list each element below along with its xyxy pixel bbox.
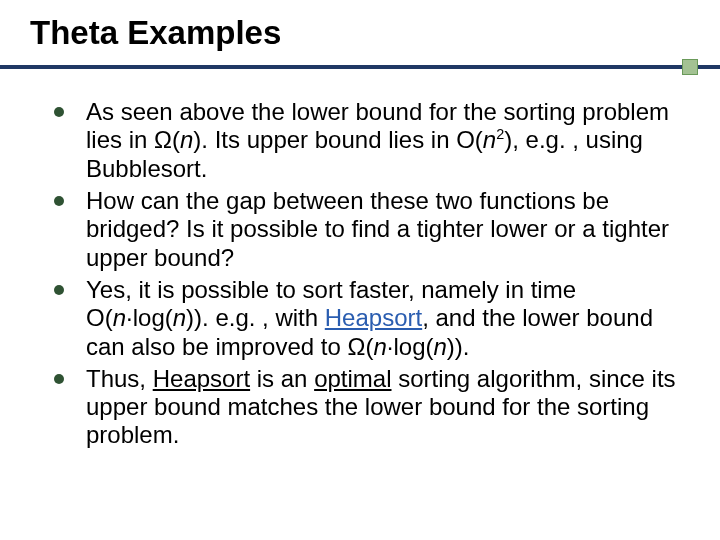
text: ·log( <box>126 304 173 331</box>
omega-symbol: Ω <box>154 126 172 153</box>
bullet-2: How can the gap between these two functi… <box>54 187 678 272</box>
text: Thus, <box>86 365 153 392</box>
bullet-3: Yes, it is possible to sort faster, name… <box>54 276 678 361</box>
heapsort-underline: Heapsort <box>153 365 250 392</box>
rule-accent-square <box>682 59 698 75</box>
heapsort-link[interactable]: Heapsort <box>325 304 422 331</box>
text: )). e.g. , with <box>186 304 325 331</box>
title-rule <box>0 58 720 74</box>
var-n: n <box>180 126 193 153</box>
text: )). <box>447 333 470 360</box>
var-n: n <box>433 333 446 360</box>
slide-title: Theta Examples <box>30 14 720 52</box>
rule-line <box>0 65 720 69</box>
optimal-underline: optimal <box>314 365 391 392</box>
var-n: n <box>173 304 186 331</box>
text: ). <box>193 126 208 153</box>
text: is an <box>250 365 314 392</box>
var-n: n <box>483 126 496 153</box>
content-area: As seen above the lower bound for the so… <box>0 74 720 450</box>
bullet-4: Thus, Heapsort is an optimal sorting alg… <box>54 365 678 450</box>
var-n: n <box>113 304 126 331</box>
bullet-list: As seen above the lower bound for the so… <box>54 98 678 450</box>
text: How can the gap between these two functi… <box>86 187 669 271</box>
omega-symbol: Ω <box>347 333 365 360</box>
text: Its upper bound lies in O( <box>208 126 483 153</box>
slide: Theta Examples As seen above the lower b… <box>0 0 720 540</box>
title-block: Theta Examples <box>0 0 720 52</box>
bullet-1: As seen above the lower bound for the so… <box>54 98 678 183</box>
var-n: n <box>373 333 386 360</box>
text: ( <box>172 126 180 153</box>
text: ·log( <box>387 333 434 360</box>
